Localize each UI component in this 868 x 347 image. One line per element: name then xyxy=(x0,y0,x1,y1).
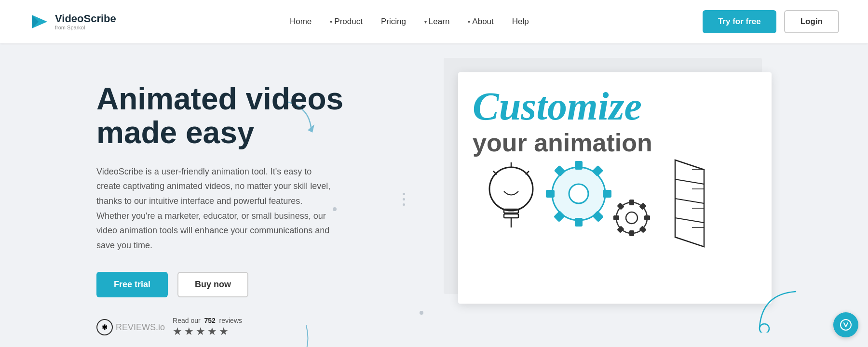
nav-link-product[interactable]: ▾ Product xyxy=(323,13,369,30)
hero-section: Animated videos made easy VideoScribe is… xyxy=(0,43,868,347)
illustration-svg xyxy=(473,155,714,252)
nav-link-learn[interactable]: ▾ Learn xyxy=(418,13,456,30)
navbar: VideoScribe from Sparkol Home ▾ Product … xyxy=(0,0,868,43)
svg-rect-6 xyxy=(504,214,518,218)
svg-line-33 xyxy=(675,218,704,223)
svg-point-39 xyxy=(841,320,851,330)
star-2: ★ xyxy=(184,325,194,338)
hero-preview: Customize your animation xyxy=(405,43,868,347)
preview-animation-text: your animation xyxy=(458,126,772,155)
reviews-logo: ✱ REVIEWS.io xyxy=(96,319,165,335)
svg-point-38 xyxy=(760,324,769,333)
svg-line-31 xyxy=(675,179,704,184)
nav-link-about[interactable]: ▾ About xyxy=(461,13,500,30)
floating-icon xyxy=(839,318,853,332)
logo-sub: from Sparkol xyxy=(55,25,116,30)
star-rating: ★ ★ ★ ★ ★ xyxy=(173,325,242,338)
preview-container: Customize your animation xyxy=(444,58,762,294)
svg-rect-13 xyxy=(575,161,583,170)
nav-item-about[interactable]: ▾ About xyxy=(461,13,500,30)
svg-rect-16 xyxy=(546,190,555,198)
side-dot-2 xyxy=(403,198,405,200)
floating-action-button[interactable] xyxy=(833,312,858,337)
hero-description: VideoScribe is a user-friendly animation… xyxy=(96,164,338,253)
nav-item-pricing[interactable]: Pricing xyxy=(374,13,413,30)
logo-name: VideoScribe xyxy=(55,13,116,25)
side-dots xyxy=(403,193,405,206)
reviews-text: Read our 752 reviews xyxy=(173,317,242,324)
hero-content: Animated videos made easy VideoScribe is… xyxy=(96,43,405,347)
svg-line-32 xyxy=(675,199,704,203)
chevron-product-icon: ▾ xyxy=(330,19,332,25)
nav-item-learn[interactable]: ▾ Learn xyxy=(418,13,456,30)
svg-rect-26 xyxy=(613,215,619,220)
free-trial-button[interactable]: Free trial xyxy=(96,272,168,297)
svg-point-12 xyxy=(569,184,588,203)
svg-rect-15 xyxy=(603,190,611,198)
svg-point-22 xyxy=(626,212,637,224)
nav-item-home[interactable]: Home xyxy=(283,13,318,30)
reviews-circle-icon: ✱ xyxy=(96,319,113,335)
reviews-section: ✱ REVIEWS.io Read our 752 reviews ★ ★ ★ … xyxy=(96,317,405,338)
nav-link-help[interactable]: Help xyxy=(505,13,536,30)
logo-link[interactable]: VideoScribe from Sparkol xyxy=(29,11,116,32)
svg-rect-14 xyxy=(575,218,583,227)
chevron-about-icon: ▾ xyxy=(468,19,470,25)
side-dot-1 xyxy=(403,193,405,195)
svg-rect-24 xyxy=(629,230,634,236)
side-dot-3 xyxy=(403,203,405,206)
preview-customize-text: Customize xyxy=(458,72,772,126)
nav-item-product[interactable]: ▾ Product xyxy=(323,13,369,30)
nav-link-home[interactable]: Home xyxy=(283,13,318,30)
svg-rect-25 xyxy=(644,215,650,220)
logo-icon xyxy=(29,11,50,32)
nav-link-pricing[interactable]: Pricing xyxy=(374,13,413,30)
deco-curve-icon xyxy=(757,289,805,333)
try-for-free-button[interactable]: Try for free xyxy=(703,10,776,33)
svg-rect-23 xyxy=(629,200,634,205)
star-1: ★ xyxy=(173,325,182,338)
hero-title: Animated videos made easy xyxy=(96,82,405,150)
preview-inner: Customize your animation xyxy=(458,72,772,304)
login-button[interactable]: Login xyxy=(784,10,839,33)
reviews-brand: REVIEWS.io xyxy=(116,322,165,333)
chevron-learn-icon: ▾ xyxy=(424,19,427,25)
star-3: ★ xyxy=(196,325,205,338)
hero-buttons: Free trial Buy now xyxy=(96,272,405,297)
navbar-actions: Try for free Login xyxy=(703,10,839,33)
reviews-info: Read our 752 reviews ★ ★ ★ ★ ★ xyxy=(173,317,242,338)
nav-list: Home ▾ Product Pricing ▾ Learn ▾ About xyxy=(283,13,536,30)
buy-now-button[interactable]: Buy now xyxy=(177,272,248,297)
nav-item-help[interactable]: Help xyxy=(505,13,536,30)
star-4: ★ xyxy=(207,325,217,338)
preview-illustration xyxy=(458,155,772,261)
star-5-half: ★ xyxy=(219,325,229,338)
